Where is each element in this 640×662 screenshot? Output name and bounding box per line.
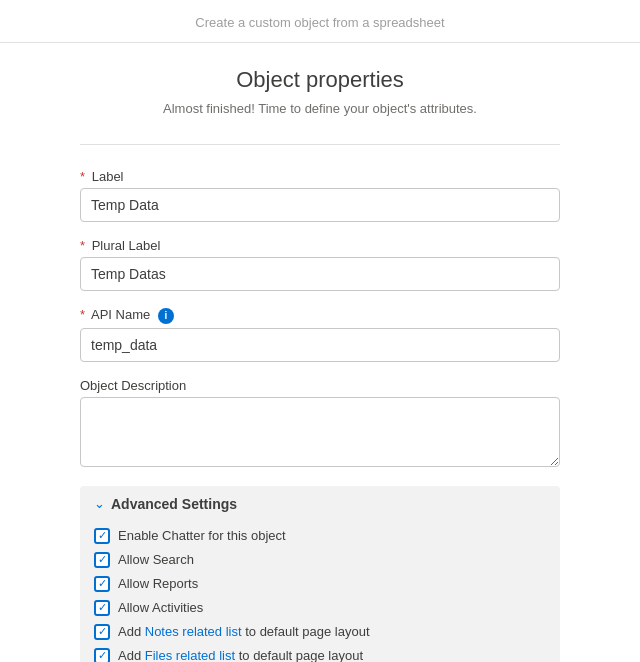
checkbox-list: ✓ Enable Chatter for this object ✓ Allow… (80, 522, 560, 662)
chevron-down-icon: ⌄ (94, 496, 105, 511)
plural-label-required-star: * (80, 238, 85, 253)
plural-label-form-group: * Plural Label (80, 238, 560, 291)
checkmark-icon: ✓ (98, 554, 107, 565)
checkmark-icon: ✓ (98, 626, 107, 637)
plural-label-input[interactable] (80, 257, 560, 291)
add-files-label: Add Files related list to default page l… (118, 648, 363, 662)
list-item: ✓ Allow Activities (94, 600, 546, 616)
enable-chatter-checkbox[interactable]: ✓ (94, 528, 110, 544)
list-item: ✓ Allow Reports (94, 576, 546, 592)
checkmark-icon: ✓ (98, 650, 107, 661)
label-required-star: * (80, 169, 85, 184)
files-link[interactable]: Files related list (145, 648, 235, 662)
list-item: ✓ Allow Search (94, 552, 546, 568)
description-form-group: Object Description (80, 378, 560, 470)
add-files-checkbox[interactable]: ✓ (94, 648, 110, 662)
api-name-info-icon[interactable]: i (158, 308, 174, 324)
allow-search-checkbox[interactable]: ✓ (94, 552, 110, 568)
allow-reports-label: Allow Reports (118, 576, 198, 591)
page-subtitle: Almost finished! Time to define your obj… (80, 101, 560, 116)
page-title: Object properties (80, 67, 560, 93)
allow-activities-label: Allow Activities (118, 600, 203, 615)
allow-reports-checkbox[interactable]: ✓ (94, 576, 110, 592)
add-notes-checkbox[interactable]: ✓ (94, 624, 110, 640)
add-notes-label: Add Notes related list to default page l… (118, 624, 370, 639)
api-name-input[interactable] (80, 328, 560, 362)
api-name-required-star: * (80, 307, 85, 322)
label-form-group: * Label (80, 169, 560, 222)
top-header: Create a custom object from a spreadshee… (0, 0, 640, 43)
list-item: ✓ Add Files related list to default page… (94, 648, 546, 662)
main-content: Object properties Almost finished! Time … (60, 43, 580, 662)
description-textarea[interactable] (80, 397, 560, 467)
api-name-form-group: * API Name i (80, 307, 560, 362)
enable-chatter-label: Enable Chatter for this object (118, 528, 286, 543)
advanced-settings-title: Advanced Settings (111, 496, 237, 512)
list-item: ✓ Add Notes related list to default page… (94, 624, 546, 640)
api-name-field-label: * API Name i (80, 307, 560, 324)
description-field-label: Object Description (80, 378, 560, 393)
allow-search-label: Allow Search (118, 552, 194, 567)
notes-link[interactable]: Notes related list (145, 624, 242, 639)
checkmark-icon: ✓ (98, 530, 107, 541)
advanced-settings-section: ⌄ Advanced Settings ✓ Enable Chatter for… (80, 486, 560, 662)
divider (80, 144, 560, 145)
plural-label-field-label: * Plural Label (80, 238, 560, 253)
checkmark-icon: ✓ (98, 578, 107, 589)
top-header-title: Create a custom object from a spreadshee… (195, 15, 444, 30)
advanced-settings-header[interactable]: ⌄ Advanced Settings (80, 486, 560, 522)
label-input[interactable] (80, 188, 560, 222)
checkmark-icon: ✓ (98, 602, 107, 613)
list-item: ✓ Enable Chatter for this object (94, 528, 546, 544)
label-field-label: * Label (80, 169, 560, 184)
allow-activities-checkbox[interactable]: ✓ (94, 600, 110, 616)
